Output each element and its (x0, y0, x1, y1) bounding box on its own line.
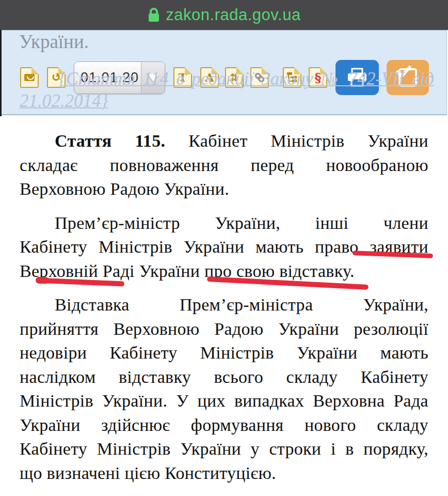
doc-structure-button[interactable] (283, 67, 301, 88)
paragraph-1-line-1: Стаття 115. Кабінет Міністрів України (20, 129, 428, 153)
paragraph-3: Відставка Прем’єр-міністра України, прий… (20, 293, 428, 485)
paragraph-3-line-6: України здійснює формування нового склад… (20, 413, 428, 438)
date-dropdown[interactable] (141, 62, 165, 94)
paragraph-1: Стаття 115. Кабінет Міністрів України ск… (20, 129, 428, 202)
paragraph-3-line-8: що визначені цією Конституцією. (20, 461, 428, 486)
paragraph-3-line-5: Міністрів України. У цих випадках Верхов… (20, 389, 428, 413)
url-text: zakon.rada.gov.ua (166, 6, 300, 24)
checkbox-check-icon (398, 68, 417, 87)
structure-tree-icon (286, 71, 298, 84)
browser-address-bar[interactable]: zakon.rada.gov.ua (0, 0, 448, 30)
document-toolbar: ↺ 01.01.20 T A ⇅ (20, 60, 429, 95)
paragraph-3-line-3: недовіри Кабінету Міністрів України мают… (20, 341, 428, 365)
date-value[interactable]: 01.01.20 (74, 62, 141, 94)
doc-link-button[interactable] (250, 67, 269, 88)
text-version-icon: T (179, 72, 187, 83)
paragraph-1-line-2: складає повноваження перед новообраною (20, 153, 428, 178)
chevron-down-icon (148, 74, 159, 82)
link-icon (254, 72, 265, 83)
paragraph-sign-icon: § (314, 71, 321, 84)
doc-card-button[interactable] (20, 67, 39, 88)
paragraph-3-line-4: наслідком відставку всього складу Кабіне… (20, 365, 428, 390)
doc-font-button[interactable]: A (200, 67, 219, 88)
history-icon: ↺ (52, 72, 61, 83)
paragraph-1-line-1-rest: Кабінет Міністрів України (188, 131, 428, 150)
doc-text-version-button[interactable]: T (173, 67, 192, 88)
paragraph-1-line-3: Верховною Радою України. (20, 177, 428, 202)
browser-screenshot: zakon.rada.gov.ua України. {Стаття 114 в… (0, 0, 448, 496)
paragraph-3-line-2: прийняття Верховною Радою України резолю… (20, 317, 428, 342)
article-body: Стаття 115. Кабінет Міністрів України ск… (20, 129, 428, 495)
article-number: Стаття 115. (55, 131, 165, 150)
lock-icon (147, 7, 161, 23)
revision-date-picker[interactable]: 01.01.20 (74, 61, 165, 94)
doc-sort-button[interactable]: ⇅ (225, 67, 244, 88)
left-edge-strip (0, 30, 2, 116)
paragraph-2-line-1: Прем’єр-міністр України, інші члени (20, 211, 428, 236)
scrolled-content-text: України. (19, 30, 89, 53)
font-icon: A (205, 72, 214, 83)
doc-history-button[interactable]: ↺ (47, 67, 66, 88)
paragraph-3-line-1: Відставка Прем’єр-міністра України, (20, 293, 428, 317)
paragraph-2: Прем’єр-міністр України, інші члени Кабі… (20, 211, 428, 284)
confirm-button[interactable] (387, 60, 429, 95)
doc-paragraph-button[interactable]: § (309, 67, 327, 88)
printer-icon (346, 68, 368, 87)
card-icon (24, 74, 35, 81)
sort-arrows-icon: ⇅ (230, 72, 239, 83)
print-button[interactable] (335, 60, 379, 95)
toolbar-panel: України. {Стаття 114 в редакції Закону №… (0, 30, 447, 115)
paragraph-3-line-7: Кабінету Міністрів України у строки і в … (20, 437, 428, 461)
